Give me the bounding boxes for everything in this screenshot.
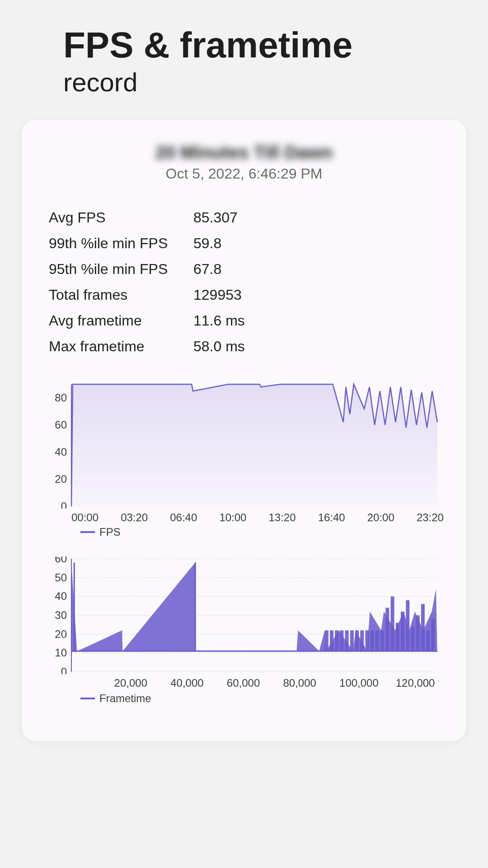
svg-text:40: 40: [55, 446, 67, 458]
page-title: FPS & frametime: [63, 27, 488, 63]
session-title-blurred: 20 Minutes Till Dawn: [44, 142, 444, 163]
x-tick: 100,000: [339, 677, 379, 689]
stat-label-p95: 95th %ile min FPS: [49, 261, 193, 278]
svg-rect-40: [380, 630, 384, 651]
svg-rect-49: [426, 630, 430, 651]
frametime-x-axis: 20,00040,00060,00080,000100,000120,000: [71, 677, 444, 690]
x-tick: 40,000: [170, 677, 203, 689]
fps-x-axis: 00:0003:2006:4010:0013:2016:4020:0023:20: [71, 511, 444, 524]
stats-grid: Avg FPS 85.307 99th %ile min FPS 59.8 95…: [49, 209, 439, 355]
x-tick: 120,000: [396, 677, 435, 689]
x-tick: 20:00: [367, 511, 394, 524]
stat-value-avg-fps: 85.307: [193, 209, 439, 226]
svg-rect-39: [375, 630, 379, 651]
svg-rect-47: [416, 615, 420, 651]
svg-rect-38: [371, 630, 374, 651]
svg-rect-44: [401, 612, 404, 651]
svg-rect-46: [411, 627, 414, 651]
legend-swatch-frametime: [80, 698, 95, 699]
svg-text:30: 30: [55, 609, 67, 621]
svg-text:0: 0: [61, 500, 67, 509]
legend-label-fps: FPS: [99, 526, 121, 538]
svg-rect-35: [355, 630, 359, 651]
x-tick: 60,000: [227, 677, 260, 689]
x-tick: 03:20: [121, 511, 148, 524]
svg-text:60: 60: [55, 419, 67, 431]
x-tick: 23:20: [417, 511, 444, 524]
frametime-chart: 0102030405060 20,00040,00060,00080,00010…: [44, 557, 444, 705]
stat-value-total-frames: 129953: [193, 287, 439, 303]
x-tick: 16:40: [318, 511, 345, 524]
svg-text:80: 80: [55, 392, 67, 404]
svg-text:60: 60: [55, 557, 67, 565]
x-tick: 06:40: [170, 511, 197, 524]
stat-label-p99: 99th %ile min FPS: [49, 235, 193, 252]
frametime-legend: Frametime: [80, 692, 444, 705]
legend-swatch-fps: [80, 531, 95, 533]
svg-rect-32: [340, 630, 343, 651]
x-tick: 10:00: [219, 511, 246, 524]
stat-value-max-frametime: 58.0 ms: [193, 338, 439, 355]
page-subtitle: record: [63, 67, 488, 97]
legend-label-frametime: Frametime: [99, 692, 151, 705]
fps-legend: FPS: [80, 526, 444, 538]
x-tick: 00:00: [71, 511, 99, 524]
svg-rect-43: [396, 623, 399, 651]
x-tick: 80,000: [283, 677, 316, 689]
stat-label-avg-fps: Avg FPS: [49, 209, 193, 226]
x-tick: 13:20: [269, 511, 296, 524]
frametime-chart-svg: 0102030405060: [44, 557, 442, 674]
stat-label-max-frametime: Max frametime: [49, 338, 193, 355]
svg-text:50: 50: [55, 571, 67, 584]
record-card: 20 Minutes Till Dawn Oct 5, 2022, 6:46:2…: [22, 120, 466, 741]
svg-rect-30: [330, 630, 333, 651]
fps-chart: 020406080 00:0003:2006:4010:0013:2016:40…: [44, 382, 444, 538]
svg-text:20: 20: [55, 473, 67, 485]
session-timestamp: Oct 5, 2022, 6:46:29 PM: [44, 165, 444, 182]
svg-rect-29: [325, 630, 328, 651]
x-tick: 20,000: [114, 677, 147, 689]
page-header: FPS & frametime record: [0, 0, 488, 111]
svg-rect-33: [345, 630, 349, 651]
svg-rect-34: [350, 630, 354, 651]
svg-text:40: 40: [55, 590, 67, 602]
svg-rect-42: [391, 596, 394, 651]
fps-chart-svg: 020406080: [44, 382, 442, 509]
stat-label-avg-frametime: Avg frametime: [49, 312, 193, 329]
svg-rect-36: [360, 630, 364, 651]
stat-value-p95: 67.8: [193, 261, 439, 278]
svg-rect-41: [385, 608, 389, 651]
stat-value-avg-frametime: 11.6 ms: [193, 312, 439, 329]
svg-rect-45: [406, 600, 409, 651]
svg-rect-50: [431, 619, 435, 651]
stat-value-p99: 59.8: [193, 235, 439, 252]
svg-rect-37: [365, 630, 369, 651]
svg-text:20: 20: [55, 628, 67, 640]
svg-text:10: 10: [55, 646, 67, 659]
stat-label-total-frames: Total frames: [49, 287, 193, 303]
svg-rect-48: [421, 604, 425, 651]
svg-rect-31: [335, 630, 338, 651]
svg-text:0: 0: [61, 665, 67, 674]
